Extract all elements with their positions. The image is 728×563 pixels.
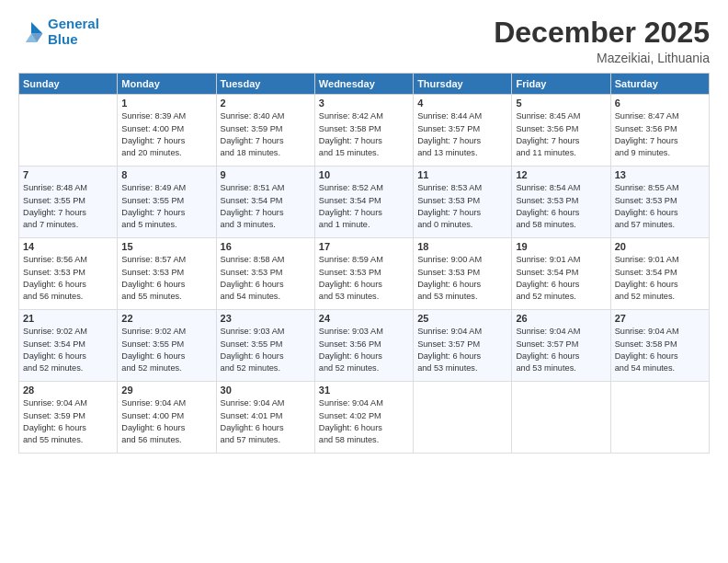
day-number: 12 <box>516 169 606 180</box>
cell-line: and 11 minutes. <box>516 148 575 157</box>
cell-line: and 9 minutes. <box>615 148 670 157</box>
calendar-cell: 26Sunrise: 9:04 AMSunset: 3:57 PMDayligh… <box>512 310 610 382</box>
calendar-cell: 20Sunrise: 9:01 AMSunset: 3:54 PMDayligh… <box>610 238 709 310</box>
cell-line: Daylight: 7 hours <box>23 208 86 217</box>
cell-line: Sunset: 3:55 PM <box>121 196 184 205</box>
day-number: 17 <box>319 241 409 252</box>
cell-line: Sunset: 4:02 PM <box>319 411 381 420</box>
cell-line: and 20 minutes. <box>121 148 181 157</box>
day-number: 23 <box>221 313 311 324</box>
cell-line: and 52 minutes. <box>121 363 181 373</box>
cell-line: Sunrise: 8:55 AM <box>615 183 679 192</box>
cell-line: Sunset: 3:53 PM <box>23 268 85 277</box>
cell-line: Sunrise: 8:39 AM <box>121 111 186 121</box>
cell-line: Daylight: 6 hours <box>23 280 86 289</box>
calendar-table: SundayMondayTuesdayWednesdayThursdayFrid… <box>18 73 710 454</box>
cell-line: Sunrise: 8:48 AM <box>23 183 87 192</box>
day-number: 13 <box>615 169 705 180</box>
cell-line: and 52 minutes. <box>23 363 83 373</box>
cell-line: Daylight: 6 hours <box>319 351 382 361</box>
calendar-cell: 30Sunrise: 9:04 AMSunset: 4:01 PMDayligh… <box>216 382 314 454</box>
cell-line: and 15 minutes. <box>319 148 379 157</box>
cell-line: and 54 minutes. <box>221 292 280 301</box>
day-number: 15 <box>121 241 211 252</box>
day-content: Sunrise: 8:57 AMSunset: 3:53 PMDaylight:… <box>121 254 211 303</box>
day-content: Sunrise: 8:49 AMSunset: 3:55 PMDaylight:… <box>121 182 211 231</box>
calendar-cell: 3Sunrise: 8:42 AMSunset: 3:58 PMDaylight… <box>314 95 413 167</box>
day-content: Sunrise: 8:44 AMSunset: 3:57 PMDaylight:… <box>417 110 507 159</box>
cell-line: Sunrise: 9:02 AM <box>121 327 186 336</box>
cell-line: Daylight: 6 hours <box>121 423 185 432</box>
cell-line: Sunrise: 8:58 AM <box>221 255 285 264</box>
day-content: Sunrise: 8:52 AMSunset: 3:54 PMDaylight:… <box>319 182 409 231</box>
cell-line: Daylight: 6 hours <box>516 280 579 289</box>
cell-line: Sunrise: 9:04 AM <box>516 327 580 336</box>
day-content: Sunrise: 9:03 AMSunset: 3:56 PMDaylight:… <box>319 326 409 374</box>
calendar-cell: 18Sunrise: 9:00 AMSunset: 3:53 PMDayligh… <box>414 238 512 310</box>
cell-line: Sunset: 3:57 PM <box>417 339 480 349</box>
svg-marker-0 <box>31 22 42 33</box>
cell-line: Sunset: 3:56 PM <box>319 339 381 349</box>
day-number: 8 <box>121 169 211 180</box>
cell-line: Sunrise: 8:40 AM <box>221 111 285 121</box>
cell-line: Sunset: 3:57 PM <box>417 124 480 133</box>
cell-line: and 55 minutes. <box>23 435 83 444</box>
day-number: 16 <box>221 241 311 252</box>
header: General Blue December 2025 Mazeikiai, Li… <box>18 17 710 65</box>
cell-line: and 52 minutes. <box>319 363 379 373</box>
calendar-cell: 29Sunrise: 9:04 AMSunset: 4:00 PMDayligh… <box>118 382 216 454</box>
cell-line: and 3 minutes. <box>221 220 276 229</box>
cell-line: Daylight: 7 hours <box>516 136 579 145</box>
cell-line: Sunrise: 9:01 AM <box>615 255 679 264</box>
day-number: 4 <box>417 98 507 109</box>
cell-line: Sunset: 3:59 PM <box>23 411 85 420</box>
cell-line: and 18 minutes. <box>221 148 280 157</box>
col-header-saturday: Saturday <box>610 74 709 95</box>
cell-line: Daylight: 6 hours <box>221 423 284 432</box>
cell-line: Sunset: 3:54 PM <box>516 268 578 277</box>
calendar-cell: 17Sunrise: 8:59 AMSunset: 3:53 PMDayligh… <box>314 238 413 310</box>
cell-line: Daylight: 7 hours <box>417 208 481 217</box>
cell-line: Sunrise: 8:56 AM <box>23 255 87 264</box>
cell-line: Sunset: 4:00 PM <box>121 411 184 420</box>
day-content: Sunrise: 8:42 AMSunset: 3:58 PMDaylight:… <box>319 110 409 159</box>
cell-line: Sunrise: 8:49 AM <box>121 183 186 192</box>
day-content: Sunrise: 8:55 AMSunset: 3:53 PMDaylight:… <box>615 182 705 231</box>
logo-text: General Blue <box>48 17 99 47</box>
col-header-monday: Monday <box>118 74 216 95</box>
logo-icon <box>18 19 44 45</box>
day-number: 30 <box>221 385 311 396</box>
cell-line: Sunset: 3:53 PM <box>319 268 381 277</box>
cell-line: and 5 minutes. <box>121 220 176 229</box>
day-content: Sunrise: 8:58 AMSunset: 3:53 PMDaylight:… <box>221 254 311 303</box>
calendar-cell <box>414 382 512 454</box>
cell-line: Sunrise: 9:02 AM <box>23 327 87 336</box>
cell-line: Sunrise: 9:03 AM <box>221 327 285 336</box>
calendar-cell <box>512 382 610 454</box>
cell-line: Sunrise: 9:03 AM <box>319 327 383 336</box>
day-content: Sunrise: 9:04 AMSunset: 4:02 PMDaylight:… <box>319 397 409 446</box>
cell-line: Sunrise: 9:04 AM <box>615 327 679 336</box>
cell-line: and 7 minutes. <box>23 220 78 229</box>
cell-line: Daylight: 7 hours <box>417 136 481 145</box>
cell-line: and 56 minutes. <box>23 292 83 301</box>
col-header-friday: Friday <box>512 74 610 95</box>
day-content: Sunrise: 8:40 AMSunset: 3:59 PMDaylight:… <box>221 110 311 159</box>
week-row-2: 7Sunrise: 8:48 AMSunset: 3:55 PMDaylight… <box>19 167 710 238</box>
cell-line: Daylight: 6 hours <box>417 280 481 289</box>
cell-line: Sunset: 3:56 PM <box>615 124 677 133</box>
day-number: 3 <box>319 98 409 109</box>
calendar-cell: 4Sunrise: 8:44 AMSunset: 3:57 PMDaylight… <box>414 95 512 167</box>
cell-line: and 53 minutes. <box>417 292 477 301</box>
calendar-cell: 6Sunrise: 8:47 AMSunset: 3:56 PMDaylight… <box>610 95 709 167</box>
cell-line: Sunset: 3:53 PM <box>121 268 184 277</box>
week-row-4: 21Sunrise: 9:02 AMSunset: 3:54 PMDayligh… <box>19 310 710 382</box>
cell-line: Sunrise: 8:47 AM <box>615 111 679 121</box>
day-number: 29 <box>121 385 211 396</box>
calendar-cell: 13Sunrise: 8:55 AMSunset: 3:53 PMDayligh… <box>610 167 709 238</box>
cell-line: Sunrise: 9:01 AM <box>516 255 580 264</box>
header-row: SundayMondayTuesdayWednesdayThursdayFrid… <box>19 74 710 95</box>
cell-line: Daylight: 6 hours <box>23 351 86 361</box>
cell-line: and 52 minutes. <box>615 292 675 301</box>
cell-line: Daylight: 7 hours <box>319 208 382 217</box>
